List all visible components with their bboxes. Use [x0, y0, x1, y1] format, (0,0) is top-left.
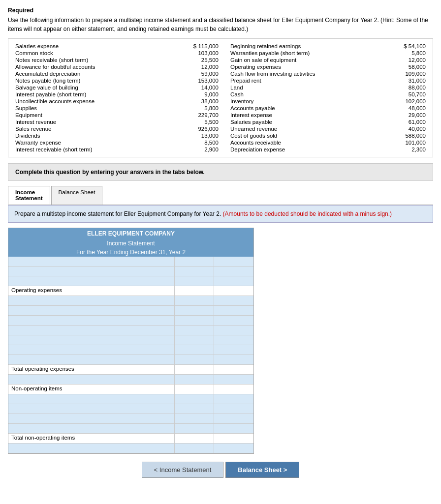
- item-amount2: 50,700: [379, 91, 428, 98]
- input-after-label[interactable]: [11, 376, 171, 382]
- item-amount2: 29,000: [379, 112, 428, 119]
- input-op-val1-3[interactable]: [177, 317, 212, 323]
- total-op-val1[interactable]: [177, 366, 212, 372]
- item-label2: Cost of goods sold: [220, 132, 379, 139]
- input-op-val1-1[interactable]: [177, 297, 212, 303]
- input-op-label-6[interactable]: [16, 346, 171, 352]
- table-row: Supplies 5,800 Accounts payable 48,000: [13, 105, 428, 112]
- input-val1-3[interactable]: [177, 278, 212, 284]
- next-button[interactable]: Balance Sheet >: [225, 462, 299, 478]
- input-op-val1-6[interactable]: [177, 347, 212, 353]
- input-val2-3[interactable]: [216, 278, 252, 284]
- input-nop-val2-3[interactable]: [216, 415, 252, 421]
- input-bottom-val1[interactable]: [177, 445, 212, 451]
- item-label: Notes receivable (short term): [13, 57, 172, 63]
- table-row: Uncollectible accounts expense 38,000 In…: [13, 98, 428, 105]
- total-op-val2[interactable]: [216, 366, 252, 372]
- non-operating-row: Non-operating items: [8, 385, 253, 394]
- input-row-op-3: [8, 316, 253, 326]
- input-bottom-val2[interactable]: [216, 445, 252, 451]
- item-label: Common stock: [13, 50, 172, 57]
- input-val2-2[interactable]: [216, 268, 252, 274]
- item-label2: Cash flow from investing activities: [220, 70, 379, 77]
- item-amount2: 61,000: [379, 119, 428, 125]
- input-op-val2-6[interactable]: [216, 347, 252, 353]
- item-label2: Accounts receivable: [220, 139, 379, 146]
- input-op-label-1[interactable]: [16, 297, 171, 303]
- total-non-operating-row: Total non-operating items: [8, 434, 253, 444]
- operating-expenses-label: Operating expenses: [8, 286, 175, 296]
- input-nop-val2-4[interactable]: [216, 425, 252, 431]
- item-label2: Gain on sale of equipment: [220, 57, 379, 63]
- input-row-nop-2: [8, 404, 253, 414]
- table-row: Common stock 103,000 Warranties payable …: [13, 50, 428, 57]
- input-op-val1-4[interactable]: [177, 327, 212, 333]
- input-op-val2-4[interactable]: [216, 327, 252, 333]
- input-label-1[interactable]: [11, 258, 171, 264]
- item-amount: 13,000: [172, 132, 220, 139]
- input-row-after-total: [8, 375, 253, 385]
- input-row-op-4: [8, 326, 253, 335]
- total-operating-label: Total operating expenses: [8, 365, 175, 374]
- input-op-label-4[interactable]: [16, 326, 171, 332]
- input-nop-label-3[interactable]: [16, 415, 171, 421]
- input-nop-val1-3[interactable]: [177, 415, 212, 421]
- item-label2: Cash: [220, 91, 379, 98]
- input-val1-2[interactable]: [177, 268, 212, 274]
- table-row: Salaries expense $ 115,000 Beginning ret…: [13, 43, 428, 50]
- input-label-3[interactable]: [11, 277, 171, 283]
- input-row-bottom: [8, 444, 253, 453]
- item-amount: 5,800: [172, 105, 220, 112]
- input-label-2[interactable]: [11, 267, 171, 273]
- item-amount: 12,000: [172, 63, 220, 70]
- input-op-val2-1[interactable]: [216, 297, 252, 303]
- table-row: Interest payable (short term) 9,000 Cash…: [13, 91, 428, 98]
- input-op-val1-5[interactable]: [177, 337, 212, 343]
- table-row: Equipment 229,700 Interest expense 29,00…: [13, 112, 428, 119]
- item-label2: Accounts payable: [220, 105, 379, 112]
- input-op-val1-2[interactable]: [177, 307, 212, 313]
- item-amount: 14,000: [172, 84, 220, 91]
- item-amount2: 31,000: [379, 77, 428, 84]
- total-nop-val1[interactable]: [177, 435, 212, 441]
- prev-button[interactable]: < Income Statement: [142, 462, 224, 478]
- item-label: Allowance for doubtful accounts: [13, 63, 172, 70]
- item-label2: Interest expense: [220, 112, 379, 119]
- company-name: ELLER EQUIPMENT COMPANY: [8, 228, 253, 239]
- input-val1-1[interactable]: [177, 258, 212, 264]
- input-op-val2-3[interactable]: [216, 317, 252, 323]
- input-nop-val2-2[interactable]: [216, 406, 252, 412]
- input-nop-val1-1[interactable]: [177, 396, 212, 402]
- tab-balance-sheet[interactable]: Balance Sheet: [51, 186, 103, 205]
- input-nop-val2-1[interactable]: [216, 396, 252, 402]
- item-amount2: 40,000: [379, 125, 428, 132]
- input-nop-label-2[interactable]: [16, 405, 171, 411]
- input-op-val2-7[interactable]: [216, 356, 252, 362]
- input-after-val2[interactable]: [216, 376, 252, 382]
- input-after-val1[interactable]: [177, 376, 212, 382]
- total-nop-val2[interactable]: [216, 435, 252, 441]
- item-amount2: 5,800: [379, 50, 428, 57]
- complete-box: Complete this question by entering your …: [8, 163, 433, 181]
- input-op-label-2[interactable]: [16, 307, 171, 313]
- input-op-label-5[interactable]: [16, 336, 171, 342]
- input-nop-val1-2[interactable]: [177, 406, 212, 412]
- input-op-val2-5[interactable]: [216, 337, 252, 343]
- item-amount: 5,500: [172, 119, 220, 125]
- input-op-val1-7[interactable]: [177, 356, 212, 362]
- input-nop-label-1[interactable]: [16, 395, 171, 401]
- instructions-text: Use the following information to prepare…: [8, 16, 433, 33]
- table-row: Interest receivable (short term) 2,900 D…: [13, 146, 428, 153]
- tab-income-statement[interactable]: IncomeStatement: [8, 186, 50, 205]
- input-nop-val1-4[interactable]: [177, 425, 212, 431]
- input-op-label-7[interactable]: [16, 356, 171, 362]
- item-amount: 2,900: [172, 146, 220, 153]
- total-operating-row: Total operating expenses: [8, 365, 253, 375]
- input-val2-1[interactable]: [216, 258, 252, 264]
- non-operating-label: Non-operating items: [8, 385, 175, 394]
- input-bottom-label[interactable]: [11, 445, 171, 450]
- input-op-label-3[interactable]: [16, 317, 171, 323]
- input-op-val2-2[interactable]: [216, 307, 252, 313]
- input-nop-label-4[interactable]: [16, 425, 171, 431]
- item-label: Salaries expense: [13, 43, 172, 50]
